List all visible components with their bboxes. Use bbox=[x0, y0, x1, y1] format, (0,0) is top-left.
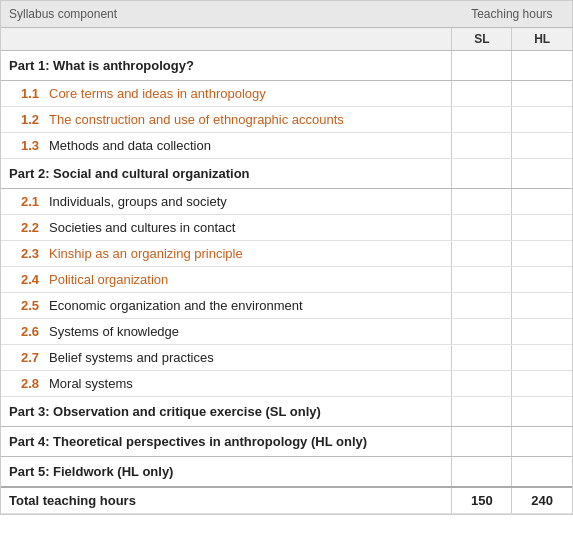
row-number-2-4: 2.4 bbox=[21, 272, 49, 287]
part-hl-1 bbox=[512, 51, 572, 81]
sub-row-2-6: 2.6Systems of knowledge bbox=[1, 319, 572, 345]
row-label-2-4: Political organization bbox=[49, 272, 168, 287]
row-label-2-2: Societies and cultures in contact bbox=[49, 220, 235, 235]
row-label-2-1: Individuals, groups and society bbox=[49, 194, 227, 209]
sl-val-2-2 bbox=[452, 215, 512, 241]
sl-val-1-3 bbox=[452, 133, 512, 159]
sub-row-2-4: 2.4Political organization bbox=[1, 267, 572, 293]
sub-cell-2-5: 2.5Economic organization and the environ… bbox=[1, 293, 452, 319]
part-row-2: Part 2: Social and cultural organization bbox=[1, 159, 572, 189]
total-sl: 150 bbox=[452, 487, 512, 514]
part-hl-3 bbox=[512, 397, 572, 427]
sub-row-1-3: 1.3Methods and data collection bbox=[1, 133, 572, 159]
part-row-3: Part 3: Observation and critique exercis… bbox=[1, 397, 572, 427]
part-hl-5 bbox=[512, 457, 572, 488]
sub-row-2-7: 2.7Belief systems and practices bbox=[1, 345, 572, 371]
row-number-1-3: 1.3 bbox=[21, 138, 49, 153]
sub-cell-2-2: 2.2Societies and cultures in contact bbox=[1, 215, 452, 241]
sub-row-1-2: 1.2The construction and use of ethnograp… bbox=[1, 107, 572, 133]
sl-val-1-2 bbox=[452, 107, 512, 133]
total-label: Total teaching hours bbox=[1, 487, 452, 514]
sub-row-2-1: 2.1Individuals, groups and society bbox=[1, 189, 572, 215]
sl-column-header: SL bbox=[452, 28, 512, 51]
hl-column-header: HL bbox=[512, 28, 572, 51]
row-label-2-3: Kinship as an organizing principle bbox=[49, 246, 243, 261]
syllabus-column-header: Syllabus component bbox=[1, 1, 452, 28]
row-label-2-8: Moral systems bbox=[49, 376, 133, 391]
part-label-4: Part 4: Theoretical perspectives in anth… bbox=[1, 427, 452, 457]
hl-val-2-5 bbox=[512, 293, 572, 319]
part-sl-2 bbox=[452, 159, 512, 189]
row-number-2-8: 2.8 bbox=[21, 376, 49, 391]
total-hl: 240 bbox=[512, 487, 572, 514]
row-label-2-5: Economic organization and the environmen… bbox=[49, 298, 303, 313]
row-number-2-7: 2.7 bbox=[21, 350, 49, 365]
sl-val-2-1 bbox=[452, 189, 512, 215]
row-number-2-6: 2.6 bbox=[21, 324, 49, 339]
part-sl-3 bbox=[452, 397, 512, 427]
part-label-5: Part 5: Fieldwork (HL only) bbox=[1, 457, 452, 488]
sub-cell-1-3: 1.3Methods and data collection bbox=[1, 133, 452, 159]
sub-row-2-8: 2.8Moral systems bbox=[1, 371, 572, 397]
sub-cell-2-4: 2.4Political organization bbox=[1, 267, 452, 293]
teaching-hours-header: Teaching hours bbox=[452, 1, 572, 28]
hl-val-1-3 bbox=[512, 133, 572, 159]
hl-val-2-4 bbox=[512, 267, 572, 293]
row-number-1-2: 1.2 bbox=[21, 112, 49, 127]
row-label-2-7: Belief systems and practices bbox=[49, 350, 214, 365]
hl-val-2-7 bbox=[512, 345, 572, 371]
hl-val-1-1 bbox=[512, 81, 572, 107]
sl-val-2-8 bbox=[452, 371, 512, 397]
hl-val-1-2 bbox=[512, 107, 572, 133]
row-label-2-6: Systems of knowledge bbox=[49, 324, 179, 339]
part-hl-2 bbox=[512, 159, 572, 189]
row-label-1-1: Core terms and ideas in anthropology bbox=[49, 86, 266, 101]
part-sl-4 bbox=[452, 427, 512, 457]
total-row: Total teaching hours150240 bbox=[1, 487, 572, 514]
row-number-1-1: 1.1 bbox=[21, 86, 49, 101]
part-row-5: Part 5: Fieldwork (HL only) bbox=[1, 457, 572, 488]
sub-cell-2-1: 2.1Individuals, groups and society bbox=[1, 189, 452, 215]
row-label-1-3: Methods and data collection bbox=[49, 138, 211, 153]
part-row-4: Part 4: Theoretical perspectives in anth… bbox=[1, 427, 572, 457]
sl-val-2-6 bbox=[452, 319, 512, 345]
row-number-2-5: 2.5 bbox=[21, 298, 49, 313]
part-sl-1 bbox=[452, 51, 512, 81]
part-label-2: Part 2: Social and cultural organization bbox=[1, 159, 452, 189]
part-label-3: Part 3: Observation and critique exercis… bbox=[1, 397, 452, 427]
sl-val-2-5 bbox=[452, 293, 512, 319]
sub-row-1-1: 1.1Core terms and ideas in anthropology bbox=[1, 81, 572, 107]
sl-val-2-3 bbox=[452, 241, 512, 267]
hl-val-2-3 bbox=[512, 241, 572, 267]
row-label-1-2: The construction and use of ethnographic… bbox=[49, 112, 344, 127]
sl-val-1-1 bbox=[452, 81, 512, 107]
row-number-2-2: 2.2 bbox=[21, 220, 49, 235]
sub-cell-2-3: 2.3Kinship as an organizing principle bbox=[1, 241, 452, 267]
hl-val-2-2 bbox=[512, 215, 572, 241]
sub-cell-1-1: 1.1Core terms and ideas in anthropology bbox=[1, 81, 452, 107]
part-hl-4 bbox=[512, 427, 572, 457]
sub-cell-2-6: 2.6Systems of knowledge bbox=[1, 319, 452, 345]
sub-cell-1-2: 1.2The construction and use of ethnograp… bbox=[1, 107, 452, 133]
syllabus-subheader bbox=[1, 28, 452, 51]
part-row-1: Part 1: What is anthropology? bbox=[1, 51, 572, 81]
part-label-1: Part 1: What is anthropology? bbox=[1, 51, 452, 81]
sub-row-2-3: 2.3Kinship as an organizing principle bbox=[1, 241, 572, 267]
sub-row-2-5: 2.5Economic organization and the environ… bbox=[1, 293, 572, 319]
sub-cell-2-8: 2.8Moral systems bbox=[1, 371, 452, 397]
part-sl-5 bbox=[452, 457, 512, 488]
sl-val-2-4 bbox=[452, 267, 512, 293]
sl-val-2-7 bbox=[452, 345, 512, 371]
syllabus-table: Syllabus component Teaching hours SL HL … bbox=[0, 0, 573, 515]
hl-val-2-1 bbox=[512, 189, 572, 215]
row-number-2-1: 2.1 bbox=[21, 194, 49, 209]
sub-cell-2-7: 2.7Belief systems and practices bbox=[1, 345, 452, 371]
row-number-2-3: 2.3 bbox=[21, 246, 49, 261]
sub-row-2-2: 2.2Societies and cultures in contact bbox=[1, 215, 572, 241]
hl-val-2-6 bbox=[512, 319, 572, 345]
hl-val-2-8 bbox=[512, 371, 572, 397]
